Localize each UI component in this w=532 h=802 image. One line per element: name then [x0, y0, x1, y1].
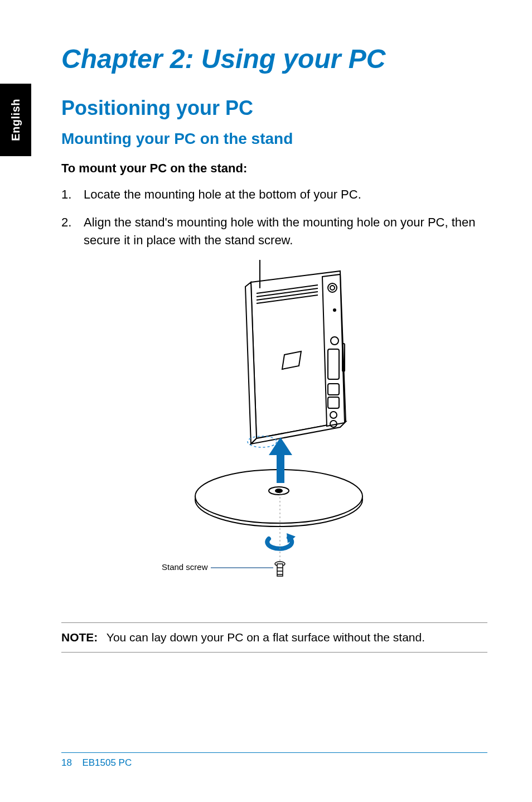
page-footer: 18 EB1505 PC — [61, 752, 487, 769]
rotate-arrow-icon — [267, 533, 296, 549]
mounting-illustration: Stand screw — [61, 260, 487, 606]
step-2: 2. Align the stand's mounting hole with … — [61, 214, 487, 249]
subsection-title: Mounting your PC on the stand — [61, 130, 487, 148]
pc-device-icon — [245, 260, 346, 444]
page: English Chapter 2: Using your PC Positio… — [0, 0, 532, 802]
step-text: Locate the mounting hole at the bottom o… — [84, 186, 487, 204]
svg-point-19 — [275, 489, 282, 492]
note-text: You can lay down your PC on a flat surfa… — [107, 631, 425, 644]
illustration-svg — [61, 260, 485, 606]
instructions-lead: To mount your PC on the stand: — [61, 161, 487, 176]
language-tab: English — [0, 84, 31, 156]
step-text: Align the stand's mounting hole with the… — [84, 214, 487, 249]
section-title: Positioning your PC — [61, 96, 487, 120]
chapter-title: Chapter 2: Using your PC — [61, 45, 487, 74]
step-number: 1. — [61, 186, 84, 204]
product-name: EB1505 PC — [82, 757, 132, 768]
stand-screw-icon — [275, 562, 285, 576]
step-1: 1. Locate the mounting hole at the botto… — [61, 186, 487, 204]
stand-screw-label: Stand screw — [162, 562, 208, 572]
note-block: NOTE: You can lay down your PC on a flat… — [61, 622, 487, 653]
svg-point-2 — [333, 309, 336, 311]
page-number: 18 — [61, 757, 72, 768]
note-label: NOTE: — [61, 631, 98, 644]
content-area: Chapter 2: Using your PC Positioning you… — [61, 45, 487, 735]
step-number: 2. — [61, 214, 84, 249]
language-label: English — [9, 99, 22, 141]
